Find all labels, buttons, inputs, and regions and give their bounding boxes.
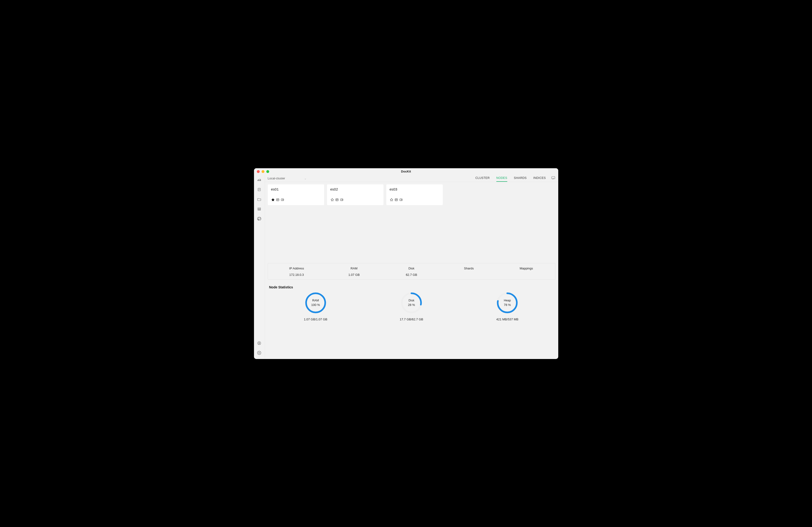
svg-rect-2 <box>258 209 261 210</box>
cluster-select-value: Local-cluster <box>268 177 285 180</box>
node-name: es03 <box>390 187 439 191</box>
summary-mappings: Mappings <box>497 263 555 280</box>
tabs: CLUSTERNODESSHARDSINDICES <box>475 175 546 182</box>
sidebar-item-files[interactable] <box>257 197 261 202</box>
svg-point-4 <box>258 342 261 345</box>
summary-label: Mappings <box>499 267 553 270</box>
node-name: es01 <box>271 187 321 191</box>
nodes-row: es01es02es03 <box>265 182 558 205</box>
window-title: DocKit <box>401 170 411 173</box>
main: Local-cluster ⌄ CLUSTERNODESSHARDSINDICE… <box>265 175 558 359</box>
svg-rect-3 <box>258 210 261 210</box>
id-card-icon <box>335 198 339 202</box>
id-card-icon <box>394 198 398 202</box>
summary-ram: RAM 1.07 GB <box>325 263 383 280</box>
progress-ring: Disk28 % <box>400 291 423 314</box>
export-icon <box>280 198 284 202</box>
node-role-icons <box>271 198 321 202</box>
sidebar-item-documents[interactable] <box>257 187 261 192</box>
svg-point-12 <box>336 199 337 200</box>
svg-rect-1 <box>258 208 261 208</box>
sidebar-item-indices[interactable] <box>257 207 261 212</box>
content: es01es02es03 IP Address 172.18.0.3 RAM 1… <box>265 182 558 359</box>
stat-label: RAM <box>312 299 319 302</box>
master-star-icon <box>271 198 275 202</box>
stat-percent: 28 % <box>408 303 415 307</box>
export-icon <box>340 198 344 202</box>
stack-icon <box>257 208 261 212</box>
node-role-icons <box>330 198 380 202</box>
close-window-button[interactable] <box>257 170 260 173</box>
chevron-down-icon: ⌄ <box>304 177 307 180</box>
zoom-window-button[interactable] <box>266 170 269 173</box>
bars-icon <box>257 179 261 183</box>
sidebar-item-overview[interactable] <box>257 178 261 183</box>
feedback-button[interactable] <box>550 175 556 181</box>
node-card[interactable]: es03 <box>386 184 443 205</box>
tab-indices[interactable]: INDICES <box>533 175 546 182</box>
node-name: es02 <box>330 187 380 191</box>
folder-icon <box>257 198 261 202</box>
tab-label: INDICES <box>533 176 546 180</box>
summary-value: 1.07 GB <box>327 273 381 276</box>
stat-disk: Disk28 %17.7 GB/62.7 GB <box>364 291 459 321</box>
github-icon <box>257 218 261 222</box>
node-role-icons <box>390 198 439 202</box>
svg-point-15 <box>395 199 396 200</box>
summary-label: Disk <box>385 267 438 270</box>
tab-label: NODES <box>496 176 507 180</box>
stat-ram: RAM100 %1.07 GB/1.07 GB <box>268 291 364 321</box>
summary-label: Shards <box>442 267 496 270</box>
tab-shards[interactable]: SHARDS <box>514 175 527 182</box>
progress-ring: Heap78 % <box>496 291 519 314</box>
titlebar: DocKit <box>254 168 558 175</box>
sidebar-item-github[interactable] <box>257 216 261 222</box>
chrome: Local-cluster ⌄ CLUSTERNODESSHARDSINDICE… <box>254 175 558 359</box>
id-card-icon <box>276 198 280 202</box>
svg-rect-7 <box>552 177 555 179</box>
app-window: DocKit <box>254 168 558 359</box>
stats: RAM100 %1.07 GB/1.07 GBDisk28 %17.7 GB/6… <box>265 291 558 327</box>
sidebar <box>254 175 265 359</box>
summary-shards: Shards <box>440 263 497 280</box>
export-icon <box>399 198 403 202</box>
traffic-lights <box>257 170 269 173</box>
stat-heap: Heap78 %421 MB/537 MB <box>459 291 555 321</box>
node-card[interactable]: es01 <box>268 184 324 205</box>
tab-label: CLUSTER <box>475 176 490 180</box>
master-star-icon <box>330 198 334 202</box>
stat-percent: 100 % <box>311 303 320 307</box>
chat-icon <box>551 176 555 181</box>
cluster-select[interactable]: Local-cluster ⌄ <box>268 177 307 180</box>
document-icon <box>257 189 261 192</box>
node-card[interactable]: es02 <box>327 184 383 205</box>
summary-label: IP Address <box>270 267 323 270</box>
master-star-icon <box>390 198 393 202</box>
minimize-window-button[interactable] <box>262 170 264 173</box>
summary-ip: IP Address 172.18.0.3 <box>268 263 325 280</box>
user-icon <box>257 342 261 346</box>
stat-label: Heap <box>504 299 511 302</box>
svg-point-5 <box>259 342 260 343</box>
stat-percent: 78 % <box>504 303 511 307</box>
svg-point-6 <box>259 352 260 353</box>
section-title: Node Statistics <box>269 285 558 289</box>
stat-subtext: 421 MB/537 MB <box>496 317 518 321</box>
node-summary: IP Address 172.18.0.3 RAM 1.07 GB Disk 6… <box>268 263 555 280</box>
summary-disk: Disk 62.7 GB <box>383 263 440 280</box>
tab-label: SHARDS <box>514 176 527 180</box>
summary-value: 62.7 GB <box>385 273 438 276</box>
summary-value: 172.18.0.3 <box>270 273 323 276</box>
summary-label: RAM <box>327 267 381 270</box>
sidebar-item-account[interactable] <box>257 341 261 346</box>
stat-subtext: 1.07 GB/1.07 GB <box>304 317 327 321</box>
svg-point-9 <box>277 199 278 200</box>
gear-icon <box>257 352 261 356</box>
tab-nodes[interactable]: NODES <box>496 175 507 182</box>
progress-ring: RAM100 % <box>304 291 327 314</box>
stat-label: Disk <box>409 299 414 302</box>
topbar: Local-cluster ⌄ CLUSTERNODESSHARDSINDICE… <box>265 175 558 182</box>
tab-cluster[interactable]: CLUSTER <box>475 175 490 182</box>
sidebar-item-settings[interactable] <box>257 351 261 356</box>
stat-subtext: 17.7 GB/62.7 GB <box>400 317 423 321</box>
